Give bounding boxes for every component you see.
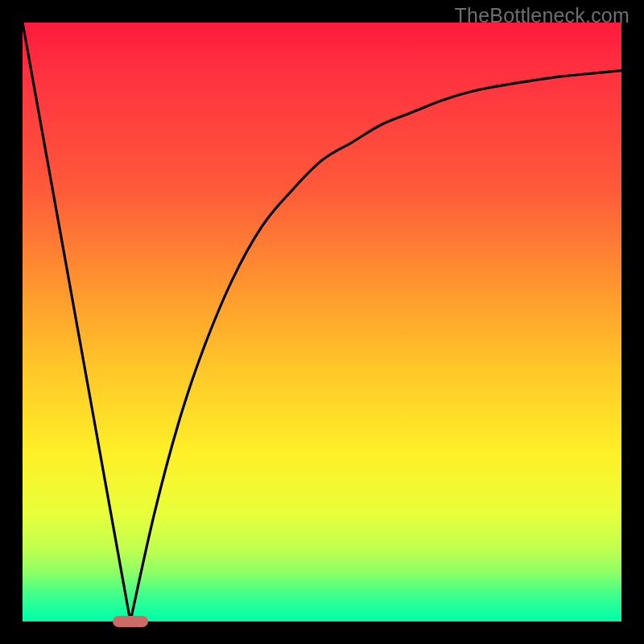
chart-frame: TheBottleneck.com: [0, 0, 644, 644]
curve-left-leg: [23, 23, 130, 621]
plot-area: [23, 23, 621, 621]
bottleneck-curve: [23, 23, 621, 621]
curve-right: [130, 71, 621, 621]
vertex-marker: [113, 616, 149, 627]
